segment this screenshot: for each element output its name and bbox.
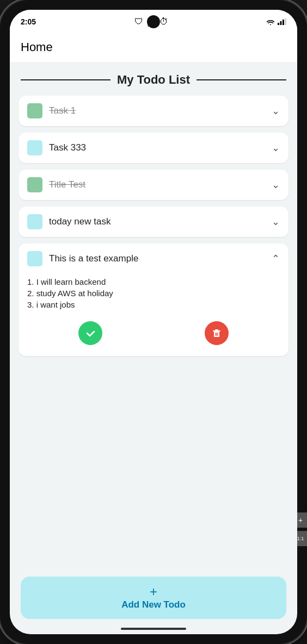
section-line-left: [21, 79, 110, 80]
task-5-confirm-button[interactable]: [78, 321, 102, 345]
task-5-actions: [27, 319, 280, 347]
task-card-1: Task 1 ⌄: [19, 96, 288, 126]
checkmark-icon: [85, 328, 96, 339]
task-card-3: Title Test ⌄: [19, 170, 288, 200]
app-header-title: Home: [21, 40, 53, 54]
task-1-title: Task 1: [49, 105, 265, 116]
task-2-title: Task 333: [49, 142, 265, 153]
task-4-color-box: [27, 214, 42, 229]
task-card-2: Task 333 ⌄: [19, 133, 288, 163]
task-card-1-header[interactable]: Task 1 ⌄: [19, 96, 288, 126]
task-card-5-header[interactable]: This is a test example ⌃: [19, 243, 288, 274]
task-5-color-box: [27, 251, 42, 266]
camera-notch: [147, 15, 160, 28]
task-1-color-box: [27, 103, 42, 118]
svg-rect-0: [278, 23, 279, 25]
home-indicator: [121, 628, 186, 630]
task-4-title: today new task: [49, 216, 265, 227]
task-3-title: Title Test: [49, 179, 265, 190]
section-title: My Todo List: [117, 73, 190, 87]
add-todo-plus-icon: +: [150, 585, 157, 598]
task-2-chevron-icon[interactable]: ⌄: [272, 142, 280, 154]
task-3-color-box: [27, 177, 42, 192]
signal-icon: [278, 18, 286, 25]
task-2-color-box: [27, 140, 42, 155]
section-header: My Todo List: [19, 73, 288, 87]
wifi-icon: [266, 18, 275, 25]
bottom-bar: + Add New Todo: [10, 569, 297, 634]
shield-icon: 🛡: [134, 17, 143, 27]
svg-rect-3: [285, 18, 287, 25]
task-5-delete-button[interactable]: [205, 321, 229, 345]
phone-frame: + 1:1 2:05 🛡 📋 ⏱: [0, 0, 307, 644]
task-card-4: today new task ⌄: [19, 207, 288, 237]
task-5-expanded-body: 1. I will learn backend 2. study AWS at …: [19, 274, 288, 356]
svg-rect-5: [213, 330, 220, 332]
task-card-2-header[interactable]: Task 333 ⌄: [19, 133, 288, 163]
svg-rect-2: [283, 20, 284, 25]
task-card-4-header[interactable]: today new task ⌄: [19, 207, 288, 237]
task-5-subtask-3: 3. i want jobs: [27, 299, 280, 310]
add-todo-label: Add New Todo: [121, 599, 186, 610]
app-header: Home: [10, 34, 297, 62]
task-3-chevron-icon[interactable]: ⌄: [272, 179, 280, 191]
clock-icon: ⏱: [159, 17, 168, 27]
main-content: My Todo List Task 1 ⌄ Task 333 ⌄: [10, 62, 297, 634]
task-1-chevron-icon[interactable]: ⌄: [272, 105, 280, 117]
trash-icon: [211, 328, 222, 339]
task-5-subtask-list: 1. I will learn backend 2. study AWS at …: [27, 276, 280, 310]
task-5-subtask-2: 2. study AWS at holiday: [27, 287, 280, 299]
task-5-subtask-1: 1. I will learn backend: [27, 276, 280, 287]
task-5-chevron-icon[interactable]: ⌃: [272, 253, 280, 265]
svg-rect-1: [280, 21, 282, 25]
svg-rect-6: [215, 329, 218, 330]
status-icons-right: [266, 18, 286, 25]
task-5-title: This is a test example: [49, 253, 265, 264]
task-card-5: This is a test example ⌃ 1. I will learn…: [19, 243, 288, 356]
task-4-chevron-icon[interactable]: ⌄: [272, 216, 280, 228]
task-card-3-header[interactable]: Title Test ⌄: [19, 170, 288, 200]
phone-screen: 2:05 🛡 📋 ⏱: [10, 10, 297, 634]
section-line-right: [197, 79, 286, 80]
status-bar: 2:05 🛡 📋 ⏱: [10, 10, 297, 34]
add-todo-button[interactable]: + Add New Todo: [21, 577, 286, 619]
status-time: 2:05: [21, 17, 36, 26]
